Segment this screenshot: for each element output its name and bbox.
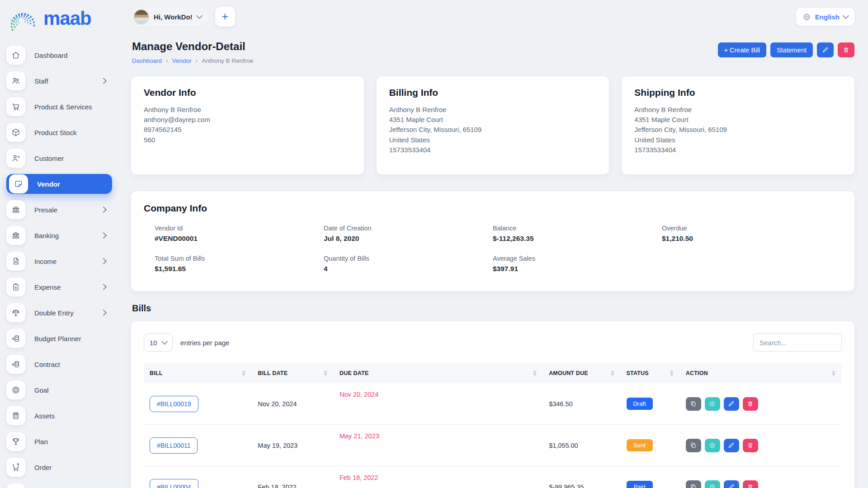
duplicate-bill-button[interactable] (686, 439, 701, 452)
sidebar-item-label: Goal (34, 386, 118, 394)
user-avatar (133, 9, 149, 25)
duplicate-bill-button[interactable] (686, 397, 701, 411)
breadcrumb: Dashboard › Vendor › Anthony B Renfroe (132, 57, 253, 64)
view-bill-button[interactable] (705, 480, 720, 488)
pencil-icon (728, 483, 735, 488)
sidebar-item-plan[interactable]: Plan (6, 432, 118, 451)
page-size-select[interactable]: 10 (144, 333, 173, 352)
breadcrumb-vendor[interactable]: Vendor (172, 57, 192, 64)
field-vendor-id: Vendor Id #VEND00001 (155, 225, 324, 243)
edit-bill-button[interactable] (724, 397, 739, 411)
info-cards-row: Vendor Info Anthony B Renfroe anthony@da… (131, 76, 854, 174)
sidebar-item-label: Expense (34, 283, 92, 291)
table-row: #BILL00019 Nov 20, 2024 Nov 20, 2024 $34… (144, 383, 842, 425)
coins-icon: $ (6, 355, 25, 374)
sort-icon (832, 371, 835, 376)
eye-icon (709, 442, 716, 449)
delete-bill-button[interactable] (743, 480, 758, 488)
card-title: Company Info (144, 203, 842, 214)
amount-due-cell: $346.50 (543, 383, 620, 425)
sidebar-nav: Dashboard Staff Product & Services (0, 36, 118, 488)
sidebar-item-dashboard[interactable]: Dashboard (6, 45, 118, 65)
brand-name: maab (43, 9, 91, 28)
bill-number-link[interactable]: #BILL00019 (150, 396, 198, 412)
billing-info-card: Billing Info Anthony B Renfroe 4351 Mapl… (377, 76, 609, 174)
sidebar-item-presale[interactable]: Presale (6, 200, 118, 220)
page-actions: + Create Bill Statement (718, 42, 854, 57)
chevron-right-icon (100, 310, 107, 316)
chevron-right-icon (100, 258, 107, 264)
shipping-street: 4351 Maple Court (634, 115, 842, 125)
column-header-due-date[interactable]: DUE DATE (334, 363, 543, 383)
coins-icon: $ (6, 329, 25, 348)
billing-street: 4351 Maple Court (389, 115, 597, 125)
sidebar-item-customer[interactable]: Customer (6, 148, 118, 168)
vendor-name: Anthony B Renfroe (144, 105, 351, 115)
sidebar-item-product-stock[interactable]: Product Stock (6, 122, 118, 142)
user-menu[interactable]: Hi, WorkDo! (131, 7, 209, 27)
duplicate-icon (690, 400, 697, 407)
sidebar-item-income[interactable]: Income (6, 251, 118, 271)
column-header-bill[interactable]: BILL (144, 363, 252, 383)
sort-icon (533, 371, 537, 376)
delete-vendor-button[interactable] (838, 42, 854, 57)
brand-logo[interactable]: maab (0, 0, 118, 36)
sidebar-item-staff[interactable]: Staff (6, 71, 118, 91)
trash-icon (843, 47, 849, 53)
statement-button[interactable]: Statement (770, 42, 813, 57)
scale-icon (6, 303, 25, 322)
sidebar-item-vendor[interactable]: Vendor (6, 174, 112, 194)
create-bill-button[interactable]: + Create Bill (718, 42, 766, 57)
breadcrumb-current: Anthony B Renfroe (202, 57, 253, 64)
breadcrumb-dashboard[interactable]: Dashboard (132, 57, 162, 64)
bill-number-link[interactable]: #BILL00011 (150, 437, 198, 454)
column-header-bill-date[interactable]: BILL DATE (252, 363, 334, 383)
bank-icon (6, 226, 25, 245)
sidebar-item-label: Contract (34, 361, 118, 368)
delete-bill-button[interactable] (743, 439, 758, 452)
shipping-info-card: Shipping Info Anthony B Renfroe 4351 Map… (622, 76, 854, 174)
sidebar: maab Dashboard Staff Product & (0, 0, 118, 488)
svg-text:$: $ (12, 337, 14, 341)
column-header-action[interactable]: ACTION (680, 363, 842, 383)
action-cell (680, 425, 842, 466)
card-title: Shipping Info (634, 87, 842, 98)
delete-bill-button[interactable] (743, 397, 758, 411)
sidebar-item-banking[interactable]: Banking (6, 225, 118, 245)
sidebar-item-expense[interactable]: $ Expense (6, 277, 118, 297)
users-icon (6, 71, 25, 90)
view-bill-button[interactable] (705, 439, 720, 452)
column-header-amount-due[interactable]: AMOUNT DUE (543, 363, 620, 383)
sidebar-item-order[interactable]: Order (6, 457, 118, 477)
duplicate-bill-button[interactable] (686, 480, 701, 488)
cart-plus-icon (6, 458, 25, 477)
sidebar-item-budget-planner[interactable]: $ Budget Planner (6, 328, 118, 348)
bill-date-cell: May 19, 2023 (252, 425, 334, 466)
search-input[interactable] (753, 333, 842, 352)
sidebar-item-assets[interactable]: Assets (6, 406, 118, 426)
amount-due-cell: $-99,965.35 (543, 466, 620, 488)
view-bill-button[interactable] (705, 397, 720, 411)
sidebar-item-contract[interactable]: $ Contract (6, 354, 118, 374)
sort-icon (611, 371, 614, 376)
bill-cell: #BILL00004 (144, 466, 252, 488)
sidebar-item-product-services[interactable]: Product & Services (6, 97, 118, 117)
language-selector[interactable]: English (796, 8, 854, 26)
due-date-cell: May 21, 2023 (334, 425, 543, 466)
add-workspace-button[interactable]: + (215, 7, 235, 27)
action-cell (680, 466, 842, 488)
bill-number-link[interactable]: #BILL00004 (150, 479, 198, 488)
edit-bill-button[interactable] (724, 439, 739, 452)
sidebar-item-goal[interactable]: Goal (6, 380, 118, 400)
sidebar-item-notification-template[interactable]: Notification Template (6, 483, 118, 488)
column-header-status[interactable]: STATUS (621, 363, 680, 383)
sidebar-item-label: Staff (34, 77, 92, 85)
status-badge: Paid (627, 481, 653, 488)
edit-vendor-button[interactable] (817, 42, 834, 57)
edit-bill-button[interactable] (724, 480, 739, 488)
cube-icon (6, 123, 25, 142)
sidebar-item-double-entry[interactable]: Double Entry (6, 303, 118, 323)
entries-per-page-label: entries per page (180, 339, 229, 347)
company-info-card: Company Info Vendor Id #VEND00001 Date o… (131, 191, 854, 291)
shipping-country: United States (634, 135, 842, 145)
